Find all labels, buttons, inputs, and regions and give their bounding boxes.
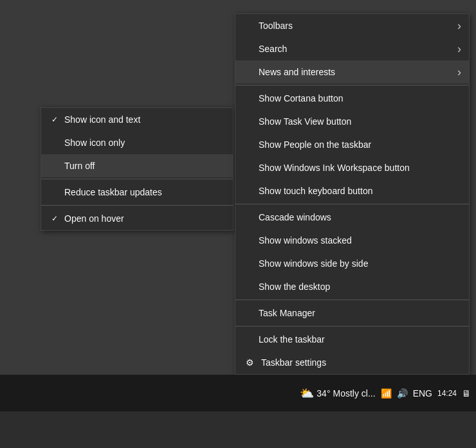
main-menu-divider-2	[235, 204, 469, 204]
menu-item-windows-stacked[interactable]: Show windows stacked	[235, 229, 469, 252]
sub-menu-item-show-icon-text[interactable]: ✓ Show icon and text	[41, 108, 233, 131]
sub-menu-label-turn-off: Turn off	[64, 161, 223, 171]
time-display: 14:24	[437, 389, 457, 398]
menu-label-toolbars: Toolbars	[259, 21, 459, 31]
menu-item-cortana[interactable]: Show Cortana button	[235, 87, 469, 110]
sub-menu-label-show-icon-text: Show icon and text	[64, 114, 223, 125]
menu-label-show-desktop: Show the desktop	[259, 282, 459, 292]
gear-icon: ⚙	[246, 357, 259, 368]
menu-label-lock-taskbar: Lock the taskbar	[259, 334, 459, 345]
sub-menu-item-turn-off[interactable]: Turn off	[41, 154, 233, 177]
menu-label-people: Show People on the taskbar	[259, 139, 459, 150]
taskbar-time: 14:24	[437, 389, 457, 398]
menu-label-taskbar-settings: Taskbar settings	[261, 357, 459, 368]
main-menu-divider-4	[235, 326, 469, 327]
notifications-icon[interactable]: 🖥	[462, 388, 471, 399]
menu-label-windows-side: Show windows side by side	[259, 258, 459, 269]
menu-item-news-interests[interactable]: News and interests	[235, 60, 469, 84]
main-menu-divider-3	[235, 300, 469, 300]
taskbar-system-icons: 📶 🔊 ENG 14:24 🖥	[381, 388, 471, 399]
menu-item-ink-workspace[interactable]: Show Windows Ink Workspace button	[235, 156, 469, 179]
menu-label-ink-workspace: Show Windows Ink Workspace button	[259, 163, 459, 173]
menu-label-news-interests: News and interests	[259, 67, 459, 77]
sub-menu-divider-2	[41, 205, 233, 206]
menu-label-task-manager: Task Manager	[259, 308, 459, 318]
language-indicator: ENG	[413, 388, 432, 399]
menu-label-touch-keyboard: Show touch keyboard button	[259, 186, 459, 196]
menu-item-toolbars[interactable]: Toolbars	[235, 14, 469, 37]
menu-label-windows-stacked: Show windows stacked	[259, 235, 459, 246]
menu-item-lock-taskbar[interactable]: Lock the taskbar	[235, 328, 469, 351]
weather-icon: ⛅	[300, 386, 314, 400]
weather-desc: Mostly cl...	[333, 388, 376, 399]
sub-menu-label-reduce-updates: Reduce taskbar updates	[64, 187, 223, 197]
network-icon[interactable]: 📶	[381, 388, 392, 399]
menu-item-taskbar-settings[interactable]: ⚙ Taskbar settings	[235, 351, 469, 374]
main-menu-divider-1	[235, 85, 469, 85]
main-context-menu: Toolbars Search News and interests Show …	[235, 13, 470, 375]
taskbar-weather[interactable]: ⛅ 34° Mostly cl...	[300, 386, 375, 400]
sub-menu-divider-1	[41, 179, 233, 179]
menu-item-show-desktop[interactable]: Show the desktop	[235, 275, 469, 298]
menu-item-people[interactable]: Show People on the taskbar	[235, 133, 469, 156]
checkmark-open-hover: ✓	[51, 214, 64, 223]
menu-item-task-manager[interactable]: Task Manager	[235, 301, 469, 325]
desktop-area: ✓ Show icon and text Show icon only Turn…	[0, 0, 476, 411]
taskbar: ⛅ 34° Mostly cl... 📶 🔊 ENG 14:24 🖥	[0, 375, 476, 411]
sub-menu-item-open-hover[interactable]: ✓ Open on hover	[41, 207, 233, 230]
menu-item-touch-keyboard[interactable]: Show touch keyboard button	[235, 179, 469, 202]
menu-label-taskview: Show Task View button	[259, 116, 459, 127]
weather-temp: 34°	[316, 388, 330, 399]
volume-icon[interactable]: 🔊	[397, 388, 408, 399]
checkmark-show-icon-text: ✓	[51, 115, 64, 124]
sub-menu-item-show-icon-only[interactable]: Show icon only	[41, 131, 233, 154]
menu-item-taskview[interactable]: Show Task View button	[235, 110, 469, 133]
sub-context-menu: ✓ Show icon and text Show icon only Turn…	[41, 107, 233, 231]
menu-item-cascade[interactable]: Cascade windows	[235, 206, 469, 229]
menu-item-search[interactable]: Search	[235, 37, 469, 60]
menu-label-cortana: Show Cortana button	[259, 93, 459, 103]
menu-label-search: Search	[259, 44, 459, 54]
menu-item-windows-side[interactable]: Show windows side by side	[235, 252, 469, 275]
sub-menu-item-reduce-updates[interactable]: Reduce taskbar updates	[41, 181, 233, 204]
sub-menu-label-show-icon-only: Show icon only	[64, 138, 223, 148]
sub-menu-label-open-hover: Open on hover	[64, 213, 223, 224]
menu-label-cascade: Cascade windows	[259, 212, 459, 222]
